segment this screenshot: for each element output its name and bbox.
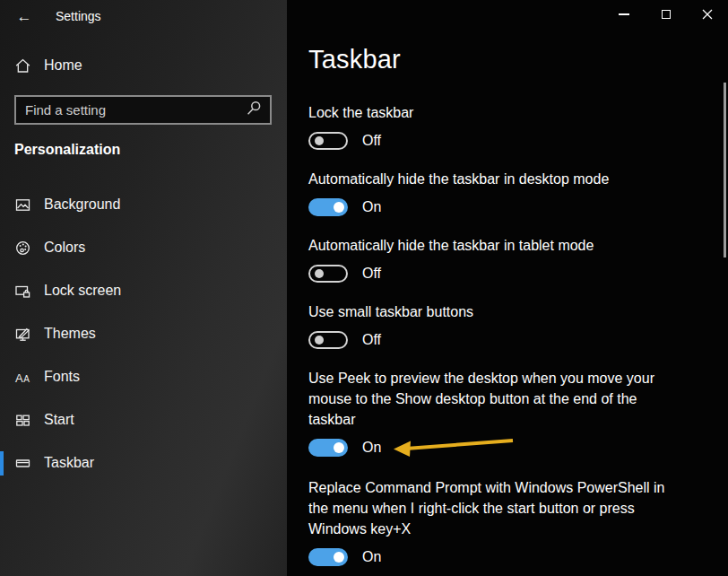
svg-text:A: A <box>23 373 30 383</box>
toggle-knob <box>315 269 324 278</box>
close-button[interactable] <box>693 2 722 27</box>
section-header: Personalization <box>14 142 120 158</box>
sidebar-item-background[interactable]: Background <box>0 188 287 221</box>
fonts-icon: AA <box>14 369 31 386</box>
minimize-button[interactable] <box>610 2 638 27</box>
palette-icon <box>14 240 31 257</box>
maximize-icon <box>662 10 671 19</box>
minimize-icon <box>619 13 629 15</box>
toggle-knob <box>315 336 324 345</box>
toggle-state-label: On <box>362 440 381 456</box>
image-icon <box>14 196 31 214</box>
close-icon <box>702 9 713 20</box>
toggle-state-label: Off <box>362 332 381 348</box>
toggle-switch[interactable] <box>308 331 348 349</box>
toggle-switch[interactable] <box>308 265 348 283</box>
sidebar-item-label: Home <box>44 57 82 74</box>
toggle-state-label: Off <box>362 266 381 282</box>
taskbar-icon <box>14 455 31 472</box>
search-box <box>14 95 272 125</box>
sidebar-item-taskbar[interactable]: Taskbar <box>0 447 287 479</box>
selected-accent-bar <box>0 451 4 476</box>
setting-row: Use small taskbar buttonsOff <box>308 301 714 350</box>
toggle-state-label: On <box>362 549 381 565</box>
start-tiles-icon <box>14 412 31 429</box>
home-icon <box>14 57 31 74</box>
setting-label: Use Peek to preview the desktop when you… <box>308 368 714 430</box>
sidebar-item-label: Start <box>44 412 74 428</box>
settings-window: { "app": { "title": "Settings" }, "sideb… <box>0 0 728 576</box>
sidebar-item-label: Taskbar <box>44 455 94 471</box>
setting-row: Replace Command Prompt with Windows Powe… <box>308 477 714 567</box>
toggle-state-label: Off <box>362 133 381 149</box>
sidebar-item-lock-screen[interactable]: Lock screen <box>0 275 287 307</box>
sidebar-item-label: Themes <box>44 326 96 342</box>
sidebar: ← Settings Home Personalization Backgrou… <box>0 0 287 576</box>
setting-label: Automatically hide the taskbar in tablet… <box>308 235 714 256</box>
toggle-knob <box>334 442 344 453</box>
sidebar-item-colors[interactable]: Colors <box>0 231 287 264</box>
back-button[interactable]: ← <box>11 4 38 30</box>
sidebar-item-label: Colors <box>44 240 85 256</box>
themes-brush-icon <box>14 326 31 343</box>
sidebar-item-start[interactable]: Start <box>0 404 287 436</box>
lock-screen-icon <box>14 283 31 300</box>
setting-row: Lock the taskbarOff <box>308 102 714 151</box>
search-input[interactable] <box>16 102 245 118</box>
toggle-knob <box>315 136 324 145</box>
sidebar-item-home[interactable]: Home <box>14 52 265 79</box>
app-title: Settings <box>56 9 101 23</box>
toggle-switch[interactable] <box>308 132 348 150</box>
setting-row: Automatically hide the taskbar in tablet… <box>308 235 714 284</box>
sidebar-item-fonts[interactable]: AAFonts <box>0 361 287 393</box>
sidebar-item-label: Background <box>44 196 120 213</box>
maximize-button[interactable] <box>652 2 680 27</box>
setting-label: Automatically hide the taskbar in deskto… <box>308 169 714 189</box>
sidebar-item-label: Lock screen <box>44 283 121 299</box>
setting-label: Use small taskbar buttons <box>308 301 714 322</box>
sidebar-item-themes[interactable]: Themes <box>0 318 287 350</box>
scrollbar-thumb[interactable] <box>724 83 726 257</box>
toggle-switch[interactable] <box>308 198 348 216</box>
toggle-switch[interactable] <box>308 548 348 566</box>
search-icon <box>245 100 266 121</box>
sidebar-item-label: Fonts <box>44 369 80 385</box>
toggle-knob <box>334 552 344 563</box>
back-arrow-icon: ← <box>17 8 32 26</box>
toggle-knob <box>334 202 344 213</box>
setting-label: Lock the taskbar <box>308 102 714 123</box>
toggle-state-label: On <box>362 199 381 215</box>
setting-row: Automatically hide the taskbar in deskto… <box>308 169 714 217</box>
toggle-switch[interactable] <box>308 439 348 457</box>
svg-text:A: A <box>15 371 23 384</box>
setting-label: Replace Command Prompt with Windows Powe… <box>308 477 714 539</box>
page-title: Taskbar <box>308 45 401 74</box>
setting-row: Use Peek to preview the desktop when you… <box>308 368 714 458</box>
